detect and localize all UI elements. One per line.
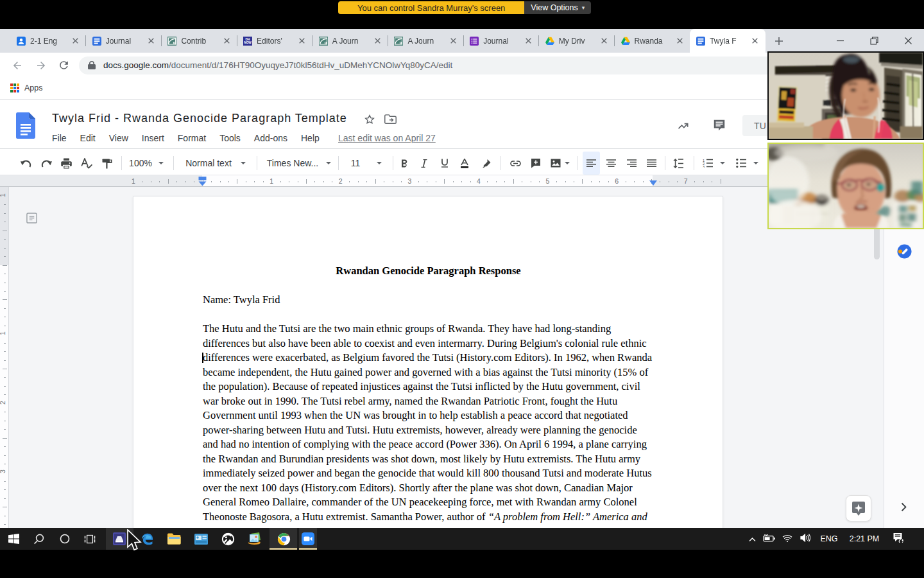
- participant-video-bottom[interactable]: [767, 143, 924, 229]
- tab-close-icon[interactable]: [674, 36, 685, 46]
- forward-button[interactable]: [31, 53, 51, 78]
- document-text[interactable]: Rwandan Genocide Paragraph Response Name…: [203, 264, 654, 524]
- taskbar-photo-viewer-icon[interactable]: [243, 528, 265, 550]
- browser-tab[interactable]: Journal: [463, 29, 539, 53]
- window-restore-button[interactable]: [860, 29, 889, 53]
- tab-close-icon[interactable]: [524, 36, 534, 46]
- star-icon[interactable]: [364, 114, 375, 128]
- spell-check-button[interactable]: [78, 152, 96, 175]
- taskbar-mail-app-icon[interactable]: [190, 528, 212, 550]
- reload-button[interactable]: [54, 53, 73, 78]
- menu-insert[interactable]: Insert: [142, 133, 164, 143]
- numbered-list-dropdown[interactable]: [718, 152, 727, 175]
- google-docs-logo[interactable]: [16, 112, 35, 141]
- browser-tab[interactable]: Journal: [86, 29, 162, 53]
- language-indicator[interactable]: ENG: [815, 534, 843, 543]
- document-outline-button[interactable]: [26, 213, 37, 226]
- tab-close-icon[interactable]: [448, 36, 458, 46]
- volume-icon[interactable]: [796, 533, 815, 545]
- insert-image-dropdown[interactable]: [563, 152, 572, 175]
- window-minimize-button[interactable]: [826, 29, 855, 53]
- tab-close-icon[interactable]: [599, 36, 610, 46]
- menu-format[interactable]: Format: [178, 133, 206, 143]
- bold-button[interactable]: [396, 152, 413, 175]
- menu-file[interactable]: File: [52, 133, 67, 143]
- tray-chevron-icon[interactable]: [744, 533, 760, 545]
- move-folder-icon[interactable]: [384, 114, 397, 127]
- menu-addons[interactable]: Add-ons: [254, 133, 287, 143]
- redo-button[interactable]: [37, 152, 55, 175]
- taskbar-photos-icon[interactable]: [217, 528, 239, 550]
- menu-view[interactable]: View: [109, 133, 128, 143]
- browser-tab[interactable]: A Journ: [388, 29, 463, 53]
- italic-button[interactable]: [416, 152, 432, 175]
- explore-button[interactable]: [846, 495, 871, 521]
- new-tab-button[interactable]: [774, 36, 784, 46]
- font-size-select[interactable]: 11: [344, 152, 389, 175]
- text-color-button[interactable]: [456, 152, 473, 175]
- bulleted-list-button[interactable]: [732, 152, 750, 175]
- task-view-button[interactable]: [79, 528, 101, 550]
- battery-icon[interactable]: [760, 533, 778, 545]
- font-select[interactable]: Times New...: [264, 152, 334, 175]
- insert-image-button[interactable]: [547, 152, 564, 175]
- tab-close-icon[interactable]: [146, 36, 156, 46]
- line-spacing-button[interactable]: [670, 152, 687, 175]
- search-button[interactable]: [28, 528, 49, 550]
- document-title[interactable]: Twyla Frid - Rwanda Genocide Paragraph T…: [52, 112, 347, 125]
- activity-stats-icon[interactable]: [677, 119, 690, 135]
- vertical-ruler[interactable]: 1123: [0, 187, 9, 528]
- tab-close-icon[interactable]: [297, 36, 307, 46]
- taskbar-chrome-cell[interactable]: [270, 528, 297, 550]
- view-options-button[interactable]: View Options ▾: [524, 1, 591, 14]
- wifi-icon[interactable]: [778, 533, 796, 545]
- address-bar[interactable]: docs.google.com/document/d/176HT90Oyuqye…: [79, 57, 875, 74]
- first-line-indent-marker[interactable]: [198, 177, 207, 187]
- comment-icon[interactable]: [712, 118, 726, 135]
- right-indent-marker[interactable]: [649, 180, 658, 186]
- collapse-rail-chevron[interactable]: [900, 502, 908, 514]
- back-button[interactable]: [8, 53, 27, 78]
- taskbar-chrome-icon[interactable]: [277, 528, 291, 550]
- align-center-button[interactable]: [603, 152, 619, 175]
- last-edit-link[interactable]: Last edit was on April 27: [338, 133, 436, 143]
- paragraph-style-select[interactable]: Normal text: [180, 152, 251, 175]
- menu-help[interactable]: Help: [301, 133, 320, 143]
- taskbar-zoom-cell[interactable]: [299, 528, 317, 550]
- align-right-button[interactable]: [623, 152, 640, 175]
- numbered-list-button[interactable]: 123: [699, 152, 717, 175]
- cortana-button[interactable]: [54, 528, 76, 550]
- browser-tab[interactable]: A Journ: [312, 29, 388, 53]
- tab-close-icon[interactable]: [71, 36, 81, 46]
- taskbar-zoom-icon[interactable]: [302, 528, 314, 550]
- taskbar-explorer-icon[interactable]: [163, 528, 185, 550]
- highlight-color-button[interactable]: [478, 152, 495, 175]
- underline-button[interactable]: [436, 152, 453, 175]
- start-button[interactable]: [3, 528, 24, 550]
- window-close-button[interactable]: [894, 29, 923, 53]
- tab-close-icon[interactable]: [221, 36, 232, 46]
- insert-link-button[interactable]: [507, 152, 524, 175]
- browser-tab[interactable]: Contrib: [161, 29, 237, 53]
- action-center-icon[interactable]: [886, 532, 911, 545]
- tab-close-icon[interactable]: [750, 36, 760, 46]
- undo-button[interactable]: [17, 152, 35, 175]
- menu-tools[interactable]: Tools: [219, 133, 241, 143]
- align-justify-button[interactable]: [643, 152, 660, 175]
- zoom-select[interactable]: 100%: [126, 152, 166, 175]
- paint-format-button[interactable]: [98, 152, 116, 175]
- align-left-button[interactable]: [583, 152, 600, 175]
- tab-close-icon[interactable]: [372, 36, 382, 46]
- horizontal-ruler[interactable]: 11234567: [0, 175, 884, 187]
- browser-tab[interactable]: Twyla F: [690, 29, 766, 53]
- browser-tab[interactable]: My Driv: [539, 29, 615, 53]
- bulleted-list-dropdown[interactable]: [751, 152, 760, 175]
- apps-shortcut[interactable]: Apps: [10, 83, 43, 92]
- browser-tab[interactable]: Rwanda: [615, 29, 690, 53]
- browser-tab[interactable]: 2-1 Eng: [10, 29, 86, 53]
- participant-video-top[interactable]: [767, 51, 924, 140]
- insert-comment-button[interactable]: [527, 152, 544, 175]
- clock[interactable]: 2:21 PM: [843, 534, 886, 543]
- browser-tab[interactable]: DHNOWEditors': [237, 29, 312, 53]
- menu-edit[interactable]: Edit: [80, 133, 96, 143]
